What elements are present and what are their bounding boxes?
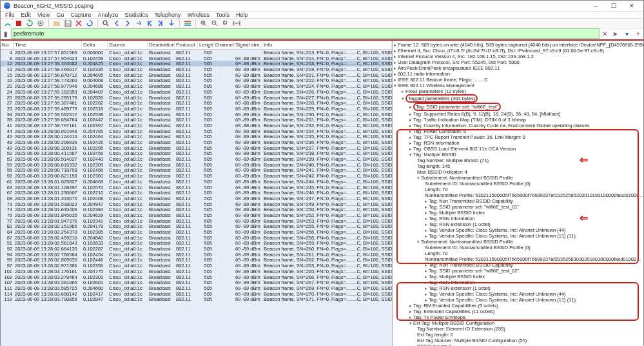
tree-node[interactable]: Subelement ID: Nontransmitted BSSID Prof…	[394, 181, 642, 187]
column-time[interactable]: Time	[14, 41, 82, 49]
tree-node[interactable]: Tag Number: Multiple BSSID (71)	[394, 158, 642, 163]
tree-node[interactable]: Tag: Extended Capabilities (11 octets)	[394, 309, 642, 314]
display-filter-input[interactable]	[11, 28, 600, 39]
menu-capture[interactable]: Capture	[67, 12, 94, 18]
zoom-in-icon[interactable]	[199, 19, 208, 28]
resize-cols-icon[interactable]	[232, 19, 241, 28]
menu-edit[interactable]: Edit	[18, 12, 35, 18]
packet-row[interactable]: 412023-06-09 13:27:59.7971610.102397Cisc…	[1, 123, 392, 128]
packet-row[interactable]: 732023-06-09 13:28:01.5380220.204947Cisc…	[1, 201, 392, 207]
packet-row[interactable]: 42023-06-09 13:27:57.8515650.000000Cisco…	[1, 50, 392, 56]
column-protocol[interactable]: Protocol	[175, 41, 198, 49]
tree-node[interactable]: Ethernet II, Src: Cisco_d7:c8:7f (6c:8d:…	[394, 48, 642, 54]
packet-row[interactable]: 122023-06-09 13:27:58.3636820.204825Cisc…	[1, 61, 392, 66]
minimize-button[interactable]: ─	[587, 1, 605, 11]
tree-node[interactable]: Tag: Non Transmitted BSSID Capability	[394, 198, 642, 204]
tree-node[interactable]: Tag length: 145	[394, 163, 642, 169]
packet-row[interactable]: 952023-06-09 13:28:02.8690300.102446Cisc…	[1, 257, 392, 263]
tree-node[interactable]: Tag Number: Element ID Extension (255)	[394, 326, 642, 332]
tree-node[interactable]: Nontransmitted Profile: 530211500005f766…	[394, 256, 642, 262]
tree-node[interactable]: Tag: RSN Information	[394, 216, 642, 221]
tree-node[interactable]: Tag: Country Information: Country Code n…	[394, 123, 642, 128]
tree-node[interactable]: User Datagram Protocol, Src Port: 55245,…	[394, 59, 642, 65]
tree-node[interactable]: Length: 70	[394, 250, 642, 256]
packet-row[interactable]: 132023-06-09 13:27:58.4660170.102335Cisc…	[1, 66, 392, 72]
packet-list[interactable]: 42023-06-09 13:27:57.8515650.000000Cisco…	[1, 50, 392, 346]
packet-row[interactable]: 1012023-06-09 13:28:03.1761610.204775Cis…	[1, 269, 392, 274]
packet-row[interactable]: 942023-06-09 13:28:02.7665840.102454Cisc…	[1, 252, 392, 258]
menu-telephony[interactable]: Telephony	[151, 12, 184, 18]
tree-node[interactable]: BSSID Count: 3	[394, 343, 642, 346]
packet-row[interactable]: 682023-06-09 13:28:01.3330750.102468Cisc…	[1, 196, 392, 201]
tree-node[interactable]: Tag: RSN extension (1 octet)	[394, 285, 642, 291]
bookmark-icon[interactable]: ▮	[1, 28, 11, 39]
tree-node[interactable]: Max BSSID Indicator: 4	[394, 169, 642, 175]
tree-node[interactable]: Internet Protocol Version 4, Src: 192.16…	[394, 54, 642, 59]
menu-analyze[interactable]: Analyze	[94, 12, 121, 18]
tree-node[interactable]: Nontransmitted Profile: 530211500005f766…	[394, 192, 642, 198]
menu-view[interactable]: View	[34, 12, 53, 18]
tree-node[interactable]: Tag: Power Constraint: 6	[394, 128, 642, 134]
packet-row[interactable]: 582023-06-09 13:28:00.8211580.102360Cisc…	[1, 173, 392, 179]
tree-node[interactable]: Ext Tag length: 2	[394, 332, 642, 338]
packet-row[interactable]: 742023-06-09 13:28:01.6404060.102384Cisc…	[1, 207, 392, 212]
packet-row[interactable]: 632023-06-09 13:28:01.1283970.102570Cisc…	[1, 185, 392, 190]
packet-row[interactable]: 562023-06-09 13:28:00.7187980.102466Cisc…	[1, 167, 392, 173]
tree-node[interactable]: Tag: Supported Rates 6(B), 9, 12(B), 18,…	[394, 111, 642, 117]
column-delta[interactable]: Delta	[82, 41, 108, 49]
packet-row[interactable]: 272023-06-09 13:27:59.3874610.102282Cisc…	[1, 100, 392, 106]
packet-row[interactable]: 842023-06-09 13:28:02.2543700.102385Cisc…	[1, 229, 392, 235]
tree-node[interactable]: Length: 70	[394, 187, 642, 192]
save-icon[interactable]	[63, 19, 72, 28]
packet-row[interactable]: 202023-06-09 13:27:58.9779460.204686Cisc…	[1, 83, 392, 89]
packet-row[interactable]: 772023-06-09 13:28:01.9473760.102341Cisc…	[1, 218, 392, 224]
autoscroll-icon[interactable]	[167, 19, 176, 28]
menu-statistics[interactable]: Statistics	[121, 12, 151, 18]
stop-capture-icon[interactable]	[14, 19, 23, 28]
menu-tools[interactable]: Tools	[213, 12, 233, 18]
tree-node[interactable]: Tag: RM Enabled Capabilities (5 octets)	[394, 303, 642, 309]
tree-node[interactable]: Tagged parameters (403 bytes)	[394, 94, 642, 103]
packet-row[interactable]: 762023-06-09 13:28:01.8450350.204629Cisc…	[1, 212, 392, 218]
goto-icon[interactable]	[134, 19, 143, 28]
packet-row[interactable]: 912023-06-09 13:28:02.5618430.102633Cisc…	[1, 240, 392, 246]
packet-row[interactable]: 672023-06-09 13:28:01.2306070.102210Cisc…	[1, 190, 392, 196]
tree-node[interactable]: Fixed parameters (12 bytes)	[394, 88, 642, 94]
tree-node[interactable]: Tag: RSN Information	[394, 140, 642, 146]
options-icon[interactable]	[36, 19, 45, 28]
menu-go[interactable]: Go	[53, 12, 67, 18]
prev-icon[interactable]	[112, 19, 121, 28]
tree-node[interactable]: Tag: Vendor Specific: Cisco Systems, Inc…	[394, 227, 642, 233]
packet-row[interactable]: 492023-06-09 13:28:00.3091310.102295Cisc…	[1, 145, 392, 151]
column-signalstre[interactable]: Signal stre…	[234, 41, 262, 49]
tree-node[interactable]: Ext Tag: Multiple BSSID Configuration	[394, 320, 642, 326]
tree-node[interactable]: IEEE 802.11 Wireless Management	[394, 83, 642, 88]
tree-node[interactable]: Tag: Multiple BSSID Index	[394, 274, 642, 280]
filter-apply-button[interactable]: ➤	[610, 28, 620, 39]
packet-row[interactable]: 462023-06-09 13:28:00.1044100.102464Cisc…	[1, 134, 392, 139]
tree-node[interactable]: Subelement: Nontransmitted BSSID Profile	[394, 175, 642, 181]
packet-row[interactable]: 442023-06-09 13:28:00.0019460.204785Cisc…	[1, 128, 392, 134]
tree-node[interactable]: Ext Tag Number: Multiple BSSID Configura…	[394, 338, 642, 343]
tree-node[interactable]: Tag: SSID parameter set: "wifi6E_test"	[394, 103, 642, 111]
filter-add-button[interactable]: +	[633, 28, 643, 39]
column-no[interactable]: No.	[1, 41, 14, 49]
packet-row[interactable]: 242023-06-09 13:27:59.1823530.204407Cisc…	[1, 89, 392, 95]
tree-node[interactable]: IEEE 802.11 Beacon frame, Flags: .......…	[394, 77, 642, 83]
packet-row[interactable]: 612023-06-09 13:28:01.0258270.204669Cisc…	[1, 179, 392, 185]
packet-row[interactable]: 332023-06-09 13:27:59.4897790.102318Cisc…	[1, 106, 392, 112]
start-capture-icon[interactable]	[3, 19, 12, 28]
packet-row[interactable]: 532023-06-09 13:28:00.5140270.102440Cisc…	[1, 156, 392, 162]
tree-node[interactable]: Tag: Multiple BSSID	[394, 152, 642, 158]
packet-row[interactable]: 152023-06-09 13:27:58.6707120.204695Cisc…	[1, 72, 392, 78]
tree-node[interactable]: AiroPeek/OmniPeek encapsulated IEEE 802.…	[394, 65, 642, 71]
close-button[interactable]: ✕	[623, 1, 641, 11]
packet-row[interactable]: 922023-06-09 13:28:02.6641300.102287Cisc…	[1, 246, 392, 252]
close-file-icon[interactable]	[74, 19, 83, 28]
next-icon[interactable]	[123, 19, 132, 28]
last-icon[interactable]	[156, 19, 165, 28]
menu-file[interactable]: File	[2, 12, 18, 18]
find-icon[interactable]	[101, 19, 110, 28]
column-info[interactable]: Info	[262, 41, 392, 49]
tree-node[interactable]: Tag: Tx Power Envelope	[394, 314, 642, 320]
